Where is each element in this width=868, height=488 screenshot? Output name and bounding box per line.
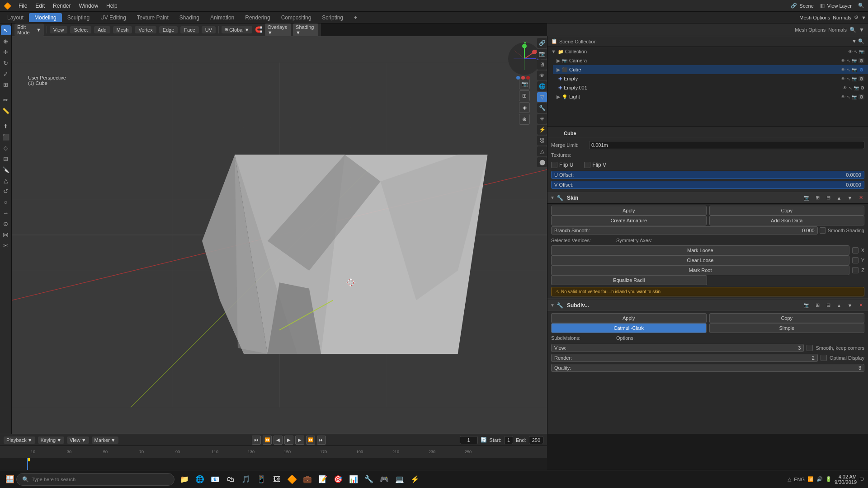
pivot-dropdown[interactable]: ⊕ Global ▼ xyxy=(222,26,252,33)
taskbar-store[interactable]: 🛍 xyxy=(224,473,237,486)
u-offset-input[interactable]: U Offset: 0.0000 xyxy=(551,171,864,179)
skin-realtime-icon[interactable]: ⊞ xyxy=(813,193,822,202)
face-btn[interactable]: Face xyxy=(180,26,198,33)
cube-render[interactable]: 📷 xyxy=(852,67,857,72)
local-view-btn[interactable]: ◈ xyxy=(519,102,530,113)
taskbar-extra2[interactable]: 📊 xyxy=(347,473,360,486)
skin-apply-btn[interactable]: Apply xyxy=(551,206,707,216)
menu-edit[interactable]: Edit xyxy=(32,2,48,10)
select-btn[interactable]: Select xyxy=(70,26,91,33)
x-checkbox[interactable] xyxy=(852,247,859,253)
taskbar-edge[interactable]: 🌐 xyxy=(193,473,206,486)
empty-sel[interactable]: ↖ xyxy=(847,76,850,81)
view-btn[interactable]: View xyxy=(50,26,68,33)
taskbar-extra5[interactable]: 💻 xyxy=(393,473,406,486)
taskbar-mail[interactable]: 📧 xyxy=(209,473,222,486)
outliner-item-empty001[interactable]: ✚ Empty.001 👁 ↖ 📷 ⚙ xyxy=(553,83,868,92)
taskbar-extra6[interactable]: ⚡ xyxy=(409,473,421,486)
outliner-search[interactable]: 🔍 xyxy=(858,38,864,44)
volume-icon[interactable]: 🔊 xyxy=(816,476,823,482)
e001-vis[interactable]: 👁 xyxy=(843,85,847,90)
camera-view-btn[interactable]: 📷 xyxy=(519,79,530,89)
filter-icon[interactable]: ▼ xyxy=(861,15,866,20)
equalize-radii-btn[interactable]: Equalize Radii xyxy=(551,275,707,285)
y-checkbox[interactable] xyxy=(852,257,859,263)
empty-vis[interactable]: 👁 xyxy=(841,76,845,81)
skin-copy-btn[interactable]: Copy xyxy=(709,206,865,216)
object-prop-icon[interactable]: ▽ xyxy=(537,92,547,102)
taskbar-extra4[interactable]: 🎮 xyxy=(378,473,391,486)
skin-render-icon[interactable]: ⊟ xyxy=(824,193,833,202)
shrink-tool[interactable]: ⊙ xyxy=(1,219,11,229)
simple-btn[interactable]: Simple xyxy=(709,323,865,333)
outliner-filter[interactable]: ▼ xyxy=(852,38,857,44)
subdiv-close-btn[interactable]: ✕ xyxy=(856,301,865,310)
wifi-icon[interactable]: 📶 xyxy=(807,476,814,482)
add-btn[interactable]: Add xyxy=(94,26,110,33)
mode-dropdown[interactable]: Edit Mode ▼ xyxy=(14,23,44,36)
cam-prop[interactable]: ⚙ xyxy=(859,58,864,63)
tab-layout[interactable]: Layout xyxy=(2,13,29,22)
subdiv-up-icon[interactable]: ▲ xyxy=(835,301,844,310)
smooth-shading-checkbox[interactable] xyxy=(820,227,826,234)
select-tool[interactable]: ↖ xyxy=(1,25,11,35)
play-btn[interactable]: ▶ xyxy=(284,436,293,445)
cursor-tool[interactable]: ⊕ xyxy=(1,36,11,46)
start-frame[interactable]: 1 xyxy=(504,436,513,444)
vis-icon[interactable]: 👁 xyxy=(848,49,853,54)
skin-down-icon[interactable]: ▼ xyxy=(845,193,854,202)
rotate-tool[interactable]: ↻ xyxy=(1,58,11,68)
skin-up-icon[interactable]: ▲ xyxy=(835,193,844,202)
light-sel[interactable]: ↖ xyxy=(847,94,850,99)
tab-new[interactable]: + xyxy=(349,13,363,22)
quality-input[interactable]: Quality: 3 xyxy=(551,364,864,372)
render-prop-icon[interactable]: 📷 xyxy=(537,49,547,59)
modifier-prop-icon[interactable]: 🔧 xyxy=(537,103,547,113)
taskbar-search-bar[interactable]: 🔍 Type here to search xyxy=(16,473,175,486)
light-render[interactable]: 📷 xyxy=(852,94,857,99)
subdiv-camera-icon[interactable]: 📷 xyxy=(802,301,811,310)
scene-prop-icon[interactable]: 🔗 xyxy=(537,38,547,48)
subdiv-apply-btn[interactable]: Apply xyxy=(551,313,707,323)
e001-prop[interactable]: ⚙ xyxy=(860,85,864,90)
scale-tool[interactable]: ⤢ xyxy=(1,69,11,79)
taskbar-phone[interactable]: 📱 xyxy=(255,473,268,486)
vertex-btn[interactable]: Vertex xyxy=(135,26,156,33)
cube-sel[interactable]: ↖ xyxy=(847,67,850,72)
tab-uv-editing[interactable]: UV Editing xyxy=(95,13,132,22)
search-icon-top[interactable]: 🔍 xyxy=(858,3,864,9)
outliner-item-empty[interactable]: ✚ Empty 👁 ↖ 📷 ⚙ xyxy=(553,74,868,83)
rip-tool[interactable]: ✂ xyxy=(1,240,11,250)
cam-sel[interactable]: ↖ xyxy=(847,58,850,63)
taskbar-extra1[interactable]: 🎯 xyxy=(332,473,344,486)
tab-animation[interactable]: Animation xyxy=(205,13,240,22)
add-skin-data-btn[interactable]: Add Skin Data xyxy=(709,216,865,225)
physics-prop-icon[interactable]: ⚡ xyxy=(537,125,547,135)
tab-compositing[interactable]: Compositing xyxy=(276,13,317,22)
tab-modeling[interactable]: Modeling xyxy=(29,13,62,22)
cube-prop[interactable]: ⚙ xyxy=(859,67,864,72)
skin-camera-icon[interactable]: 📷 xyxy=(802,193,811,202)
menu-help[interactable]: Help xyxy=(103,2,121,10)
material-prop-icon[interactable]: ⬤ xyxy=(537,157,547,167)
view-prop-icon[interactable]: 👁 xyxy=(537,70,547,80)
constraints-prop-icon[interactable]: ⛓ xyxy=(537,136,547,145)
cube-vis[interactable]: 👁 xyxy=(841,67,845,72)
create-armature-btn[interactable]: Create Armature xyxy=(551,216,707,225)
move-tool[interactable]: ✛ xyxy=(1,47,11,57)
taskbar-extra3[interactable]: 🔧 xyxy=(363,473,375,486)
keying-dropdown[interactable]: Keying ▼ xyxy=(38,436,65,444)
3d-viewport[interactable]: User Perspective (1) Cube X Y Z xyxy=(12,36,547,434)
taskbar-word[interactable]: 📝 xyxy=(316,473,329,486)
catmull-clark-btn[interactable]: Catmull-Clark xyxy=(551,323,707,333)
snap-icon[interactable]: 🧲 xyxy=(255,26,262,33)
subdiv-collapse[interactable]: ▼ xyxy=(550,303,555,308)
shading-btn[interactable]: Shading ▼ xyxy=(293,23,318,36)
output-prop-icon[interactable]: 🖥 xyxy=(537,60,547,70)
world-prop-icon[interactable]: 🌐 xyxy=(537,81,547,91)
taskbar-office[interactable]: 💼 xyxy=(301,473,314,486)
subdiv-render-icon[interactable]: ⊟ xyxy=(824,301,833,310)
normals-header[interactable]: Normals xyxy=(828,27,847,33)
zoom-btn[interactable]: ⊕ xyxy=(519,114,530,125)
tab-shading[interactable]: Shading xyxy=(174,13,205,22)
